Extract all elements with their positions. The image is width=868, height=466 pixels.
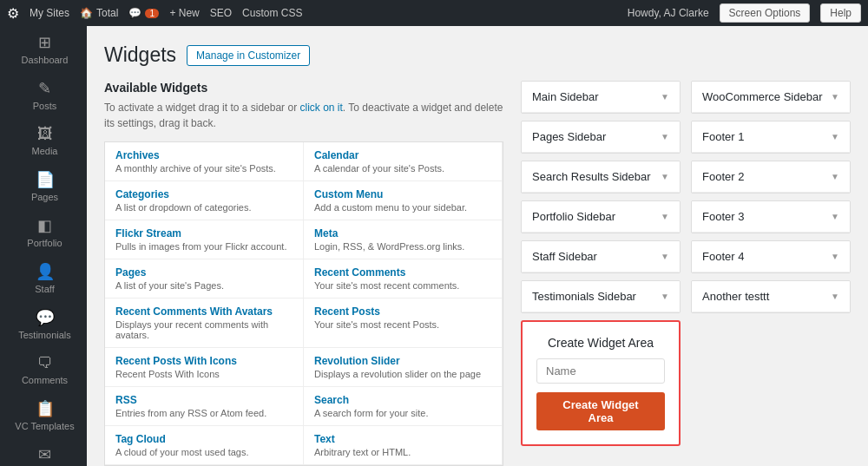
widget-revolution-slider[interactable]: Revolution Slider Displays a revolution …	[304, 348, 503, 387]
widget-categories[interactable]: Categories A list or dropdown of categor…	[105, 181, 304, 220]
widget-flickr-stream[interactable]: Flickr Stream Pulls in images from your …	[105, 220, 304, 259]
widgets-panel: Available Widgets To activate a widget d…	[104, 81, 503, 466]
available-widgets-heading: Available Widgets	[104, 81, 503, 95]
sidebar-item-contact[interactable]: ✉ Contact	[0, 438, 87, 466]
create-widget-name-input[interactable]	[536, 358, 665, 384]
home-link[interactable]: 🏠 Total	[80, 7, 118, 19]
admin-bar: ⚙ My Sites 🏠 Total 💬 1 + New SEO Custom …	[0, 0, 868, 26]
sidebars-col-left: Main Sidebar ▼ Pages Sidebar ▼	[521, 81, 681, 446]
sidebars-two-col: Main Sidebar ▼ Pages Sidebar ▼	[521, 81, 851, 446]
widget-custom-menu[interactable]: Custom Menu Add a custom menu to your si…	[304, 181, 503, 220]
custom-css-link[interactable]: Custom CSS	[242, 7, 302, 19]
sidebar-item-testimonials[interactable]: 💬 Testimonials	[0, 301, 87, 347]
main-content: Widgets Manage in Customizer Available W…	[87, 26, 868, 466]
widget-rss[interactable]: RSS Entries from any RSS or Atom feed.	[105, 387, 304, 426]
chevron-down-icon: ▼	[661, 212, 669, 221]
widget-search[interactable]: Search A search form for your site.	[304, 387, 503, 426]
sidebar-area-footer2: Footer 2 ▼	[691, 161, 851, 194]
media-icon: 🖼	[37, 125, 53, 143]
sidebar-area-another: Another testtt ▼	[691, 280, 851, 313]
sidebar-item-portfolio[interactable]: ◧ Portfolio	[0, 209, 87, 255]
chevron-down-icon: ▼	[661, 92, 669, 102]
sidebar-area-footer2-header[interactable]: Footer 2 ▼	[692, 161, 850, 193]
page-title: Widgets	[104, 43, 176, 67]
testimonials-icon: 💬	[36, 308, 55, 327]
sidebar-area-pages-header[interactable]: Pages Sidebar ▼	[522, 121, 680, 153]
admin-sidebar: ⊞ Dashboard ✎ Posts 🖼 Media 📄 Pages ◧ Po…	[0, 26, 87, 466]
sidebar-area-search-header[interactable]: Search Results Sidebar ▼	[522, 161, 680, 193]
seo-link[interactable]: SEO	[210, 7, 232, 19]
dashboard-icon: ⊞	[38, 33, 51, 52]
sidebar-area-portfolio-header[interactable]: Portfolio Sidebar ▼	[522, 201, 680, 233]
chevron-down-icon: ▼	[831, 212, 839, 221]
contact-icon: ✉	[38, 445, 51, 464]
widget-recent-comments-avatars[interactable]: Recent Comments With Avatars Displays yo…	[105, 299, 304, 348]
sidebar-area-footer4: Footer 4 ▼	[691, 240, 851, 273]
pages-icon: 📄	[36, 170, 55, 189]
sidebar-area-woocommerce-header[interactable]: WooCommerce Sidebar ▼	[692, 82, 850, 113]
sidebar-area-staff: Staff Sidebar ▼	[521, 240, 681, 273]
sidebar-area-another-header[interactable]: Another testtt ▼	[692, 281, 850, 312]
sidebar-area-search: Search Results Sidebar ▼	[521, 161, 681, 194]
sidebar-area-footer3: Footer 3 ▼	[691, 200, 851, 233]
sidebar-item-comments[interactable]: 🗨 Comments	[0, 347, 87, 392]
chevron-down-icon: ▼	[831, 172, 839, 181]
vc-icon: 📋	[36, 399, 55, 418]
chevron-down-icon: ▼	[831, 132, 839, 141]
sidebar-area-footer3-header[interactable]: Footer 3 ▼	[692, 201, 850, 233]
available-widgets-desc: To activate a widget drag it to a sideba…	[104, 100, 503, 131]
widget-meta[interactable]: Meta Login, RSS, & WordPress.org links.	[304, 220, 503, 259]
widget-tag-cloud[interactable]: Tag Cloud A cloud of your most used tags…	[105, 426, 304, 465]
create-widget-title: Create Widget Area	[548, 336, 654, 350]
widget-recent-comments[interactable]: Recent Comments Your site's most recent …	[304, 259, 503, 299]
content-layout: Available Widgets To activate a widget d…	[104, 81, 851, 466]
sidebar-area-staff-header[interactable]: Staff Sidebar ▼	[522, 241, 680, 272]
sidebar-item-posts[interactable]: ✎ Posts	[0, 72, 87, 118]
chevron-down-icon: ▼	[661, 292, 669, 301]
sidebar-area-pages: Pages Sidebar ▼	[521, 121, 681, 154]
sidebar-item-staff[interactable]: 👤 Staff	[0, 255, 87, 301]
new-link[interactable]: + New	[169, 7, 199, 19]
sidebar-item-vctemplates[interactable]: 📋 VC Templates	[0, 392, 87, 438]
widget-grid: Archives A monthly archive of your site'…	[104, 141, 503, 466]
widget-recent-posts-icons[interactable]: Recent Posts With Icons Recent Posts Wit…	[105, 348, 304, 387]
sidebar-area-footer4-header[interactable]: Footer 4 ▼	[692, 241, 850, 272]
page-header: Widgets Manage in Customizer	[104, 43, 851, 67]
create-widget-btn[interactable]: Create Widget Area	[536, 392, 665, 430]
chevron-down-icon: ▼	[661, 172, 669, 181]
chevron-down-icon: ▼	[831, 92, 839, 102]
sidebar-area-testimonials-header[interactable]: Testimonials Sidebar ▼	[522, 281, 680, 312]
chevron-down-icon: ▼	[661, 132, 669, 141]
widget-pages[interactable]: Pages A list of your site's Pages.	[105, 259, 304, 299]
posts-icon: ✎	[38, 79, 51, 98]
sidebar-item-media[interactable]: 🖼 Media	[0, 118, 87, 163]
sidebar-item-dashboard[interactable]: ⊞ Dashboard	[0, 26, 87, 72]
chevron-down-icon: ▼	[661, 252, 669, 261]
sidebar-area-main-header[interactable]: Main Sidebar ▼	[522, 82, 680, 113]
chevron-down-icon: ▼	[831, 292, 839, 301]
widget-text[interactable]: Text Arbitrary text or HTML.	[304, 426, 503, 465]
chevron-down-icon: ▼	[831, 252, 839, 261]
create-widget-area: Create Widget Area Create Widget Area	[521, 320, 681, 446]
widget-archives[interactable]: Archives A monthly archive of your site'…	[105, 142, 304, 181]
sidebars-panel: Main Sidebar ▼ Pages Sidebar ▼	[521, 81, 851, 466]
sidebar-area-woocommerce: WooCommerce Sidebar ▼	[691, 81, 851, 114]
staff-icon: 👤	[36, 262, 55, 281]
howdy-text: Howdy, AJ Clarke	[628, 7, 709, 19]
wp-logo[interactable]: ⚙	[7, 5, 19, 22]
sidebar-item-pages[interactable]: 📄 Pages	[0, 163, 87, 209]
comments-icon: 🗨	[37, 354, 53, 372]
widget-calendar[interactable]: Calendar A calendar of your site's Posts…	[304, 142, 503, 181]
portfolio-icon: ◧	[37, 216, 52, 235]
my-sites[interactable]: My Sites	[30, 7, 69, 19]
sidebar-area-footer1-header[interactable]: Footer 1 ▼	[692, 121, 850, 153]
manage-customizer-btn[interactable]: Manage in Customizer	[187, 45, 310, 66]
screen-options-btn[interactable]: Screen Options	[720, 3, 811, 23]
sidebar-area-testimonials: Testimonials Sidebar ▼	[521, 280, 681, 313]
widget-recent-posts[interactable]: Recent Posts Your site's most recent Pos…	[304, 299, 503, 348]
help-btn[interactable]: Help	[820, 3, 861, 23]
sidebar-area-portfolio: Portfolio Sidebar ▼	[521, 200, 681, 233]
comments-link[interactable]: 💬 1	[128, 7, 159, 19]
click-link[interactable]: click on it	[299, 102, 342, 114]
sidebar-area-main: Main Sidebar ▼	[521, 81, 681, 114]
